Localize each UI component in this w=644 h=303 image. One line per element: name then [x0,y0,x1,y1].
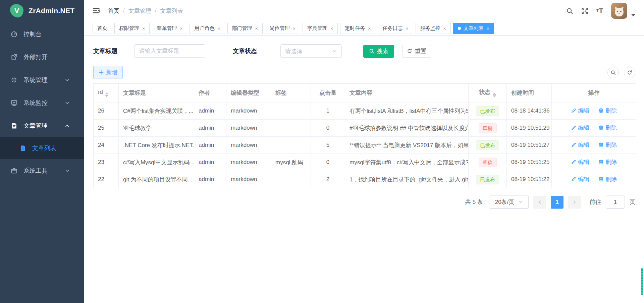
column-label: 标签 [275,90,287,96]
reset-button[interactable]: 重置 [402,45,431,58]
edit-button[interactable]: 编辑 [571,124,590,132]
close-tab-icon[interactable]: × [293,26,296,31]
page-size-select[interactable]: 20条/页 [489,196,529,209]
breadcrumb-item[interactable]: 首页 [108,7,119,15]
close-tab-icon[interactable]: × [443,26,446,31]
tab-post-admin[interactable]: 岗位管理× [265,23,300,34]
briefcase-icon [10,167,18,174]
font-size-icon[interactable]: TT [596,7,603,14]
close-tab-icon[interactable]: × [330,26,333,31]
chevron-down-icon [332,49,337,53]
tab-label: 字典管理 [307,25,327,32]
cell-author: admin [194,102,226,120]
delete-button[interactable]: 删除 [598,141,617,149]
cell-created: 08-19 10:51:29 [507,120,552,137]
avatar-dropdown-caret-icon[interactable] [631,14,635,16]
trash-icon [598,125,604,130]
topbar-left: 首页/文章管理/文章列表 [93,7,183,15]
sidebar-item-label: 系统工具 [23,167,63,175]
close-tab-icon[interactable]: × [406,26,408,31]
close-tab-icon[interactable]: × [255,26,258,31]
cell-title: C#两个list集合实现关联，... [119,102,194,120]
cell-tag [271,102,311,120]
column-label: 文章标题 [123,90,146,96]
sidebar-item-dashboard[interactable]: 控制台 [0,23,84,46]
next-page-button[interactable] [568,196,581,209]
edit-button[interactable]: 编辑 [571,175,590,183]
sidebar-item-system-tools[interactable]: 系统工具 [0,159,84,182]
document-icon [10,123,18,129]
search-icon [369,48,374,54]
edit-button[interactable]: 编辑 [571,141,590,149]
tab-label: 服务监控 [420,25,440,32]
close-tab-icon[interactable]: × [487,26,489,31]
app-logo[interactable]: V ZrAdmin.NET [0,0,84,21]
cell-created: 08-19 10:51:27 [507,137,552,154]
column-label: id [98,89,103,95]
breadcrumb-item[interactable]: 文章管理 [128,7,151,15]
toggle-search-button[interactable] [607,67,619,78]
column-label: 创建时间 [511,90,534,96]
breadcrumb-item[interactable]: 文章列表 [160,7,183,15]
article-title-input[interactable] [134,44,205,58]
edit-button[interactable]: 编辑 [571,158,590,166]
article-status-label: 文章状态 [233,47,257,55]
sort-icon[interactable] [493,93,496,97]
search-icon[interactable] [566,7,573,14]
cell-author: admin [194,120,226,137]
goto-page-input[interactable] [606,196,625,209]
sidebar-item-article-admin[interactable]: 文章管理 [0,114,84,137]
tab-article-list[interactable]: 文章列表× [453,23,494,34]
close-tab-icon[interactable]: × [368,26,371,31]
tab-menu-admin[interactable]: 菜单管理× [152,23,187,34]
tab-service-monitor[interactable]: 服务监控× [416,23,451,34]
sidebar-item-system-monitor[interactable]: 系统监控 [0,91,84,114]
delete-button[interactable]: 删除 [598,124,617,132]
close-tab-icon[interactable]: × [142,26,145,31]
article-status-select[interactable]: 请选择 [280,44,342,58]
cell-status: 草稿 [469,120,507,137]
tab-permission[interactable]: 权限管理× [114,23,150,34]
cell-title: git 为不同的项目设置不同... [119,171,194,188]
delete-button[interactable]: 删除 [598,158,617,166]
refresh-table-button[interactable] [624,67,635,78]
delete-button[interactable]: 删除 [598,175,617,183]
sidebar-item-system-admin[interactable]: 系统管理 [0,69,84,91]
sort-icon[interactable] [105,92,108,97]
add-button[interactable]: 新增 [93,66,123,79]
tab-dict-admin[interactable]: 字典管理× [303,23,338,34]
cell-hits: 1 [311,102,345,120]
edit-button[interactable]: 编辑 [571,107,590,115]
cell-editor: markdown [226,154,271,171]
close-tab-icon[interactable]: × [180,26,182,31]
chevron-left-icon [537,200,542,205]
tab-user-role[interactable]: 用户角色× [190,23,225,34]
column-header-status[interactable]: 状态 [469,84,507,102]
delete-button[interactable]: 删除 [598,107,617,115]
column-header-id[interactable]: id [94,84,119,102]
scrollbar-thumb[interactable] [641,268,643,295]
close-tab-icon[interactable]: × [217,26,220,31]
tab-dept-admin[interactable]: 部门管理× [227,23,263,34]
page-number-button[interactable]: 1 [551,196,564,209]
tab-home[interactable]: 首页 [93,23,112,34]
sidebar-item-article-list[interactable]: 文章列表 [0,137,84,159]
sidebar: V ZrAdmin.NET 控制台外部打开系统管理系统监控文章管理文章列表系统工… [0,0,84,303]
prev-page-button[interactable] [533,196,546,209]
search-button[interactable]: 搜索 [363,45,394,58]
collapse-sidebar-icon[interactable] [93,7,100,14]
cell-tag [271,171,311,188]
fullscreen-icon[interactable] [581,7,588,14]
tab-task-log[interactable]: 任务日志× [378,23,413,34]
topbar-right: TT [566,3,635,19]
cell-created: 08-18 14:41:36 [507,102,552,120]
column-label: 文章内容 [350,90,372,96]
user-avatar[interactable] [611,3,627,19]
tab-label: 用户角色 [194,25,214,32]
sidebar-menu: 控制台外部打开系统管理系统监控文章管理文章列表系统工具 [0,23,84,182]
trash-icon [598,176,604,182]
sidebar-item-external-open[interactable]: 外部打开 [0,46,84,69]
pencil-icon [571,142,576,147]
tab-cron-task[interactable]: 定时任务× [340,23,375,34]
trash-icon [598,142,604,147]
